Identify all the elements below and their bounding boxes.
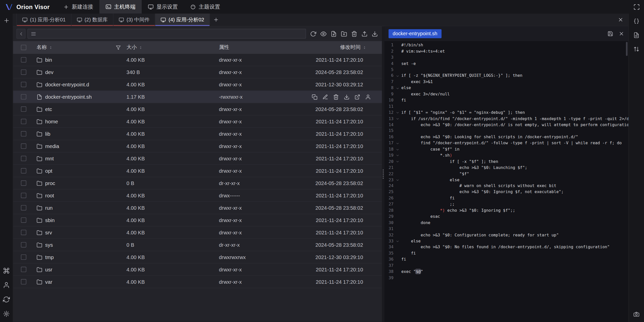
menu-item-plus[interactable]: 新建连接 [57,0,99,14]
move-button[interactable] [354,94,360,100]
size-sort-button[interactable] [139,45,143,50]
name-sort-button[interactable] [49,45,53,50]
row-checkbox[interactable] [21,255,26,260]
file-row[interactable]: run4.00 KBdrwxr-xr-x2024-05-28 23:58:02 [13,202,382,214]
file-row[interactable]: lib4.00 KBdrwxr-xr-x2021-11-24 17:20:10 [13,128,382,140]
close-terminal-button[interactable] [618,17,624,23]
upload-button[interactable] [359,28,370,39]
refresh-button[interactable] [308,28,318,39]
sync-button[interactable] [3,296,10,303]
menu-item-theme[interactable]: 主题设置 [184,0,226,14]
row-checkbox[interactable] [21,193,26,198]
row-checkbox[interactable] [21,242,26,247]
file-row[interactable]: var4.00 KBdrwxr-xr-x2021-11-24 17:20:10 [13,276,382,288]
camera-button[interactable] [633,311,640,318]
row-checkbox[interactable] [21,181,26,186]
file-row[interactable]: proc0 Bdr-xr-xr-x2024-05-28 23:58:02 [13,177,382,190]
fold-toggle[interactable] [393,110,401,116]
panel-splitter[interactable] [382,26,384,322]
row-checkbox[interactable] [21,119,26,124]
row-checkbox[interactable] [21,57,26,62]
brand[interactable]: Orion Visor [5,3,50,11]
file-row[interactable]: srv4.00 KBdrwxr-xr-x2021-11-24 17:20:10 [13,227,382,239]
code-area[interactable]: 1#!/bin/sh2# vim:sw=4:ts=4:et34set -e56i… [384,41,628,322]
permission-button[interactable] [365,94,371,100]
fold-toggle[interactable] [393,85,401,91]
menu-item-display[interactable]: 显示设置 [142,0,184,14]
row-checkbox[interactable] [21,267,26,272]
plus-button[interactable] [3,17,10,24]
file-row[interactable]: opt4.00 KBdrwxr-xr-x2021-11-24 17:20:10 [13,165,382,177]
file-row[interactable]: media4.00 KBdrwxr-xr-x2021-11-24 17:20:1… [13,140,382,153]
back-button[interactable] [16,29,25,39]
row-checkbox[interactable] [21,279,26,284]
row-checkbox[interactable] [21,168,26,173]
path-input[interactable] [38,31,303,37]
delete-button[interactable] [349,28,359,39]
row-checkbox[interactable] [21,106,26,112]
file-row[interactable]: usr4.00 KBdrwxr-xr-x2021-11-24 17:20:10 [13,264,382,276]
user-button[interactable] [3,281,10,289]
fold-toggle[interactable] [393,177,401,183]
file-row[interactable]: root4.00 KBdrwx------2021-11-24 17:20:10 [13,190,382,202]
edit-button[interactable] [322,94,328,100]
filter-button[interactable] [116,45,121,50]
file-row[interactable]: tmp4.00 KBdrwxrwxrwx2021-12-30 03:29:10 [13,251,382,264]
row-checkbox[interactable] [21,69,26,75]
new-folder-button[interactable] [339,28,349,39]
row-checkbox[interactable] [21,82,26,87]
mtime-sort-button[interactable] [363,45,367,50]
download-button[interactable] [343,94,349,100]
row-checkbox[interactable] [21,94,26,99]
file-row[interactable]: docker-entrypoint.sh1.17 KB-rwxrwxr-x [13,91,382,103]
fold-toggle[interactable] [393,159,401,165]
save-button[interactable] [608,31,613,37]
row-checkbox[interactable] [21,218,26,223]
fold-spacer [393,195,401,201]
settings-button[interactable] [3,310,10,318]
delete-button[interactable] [333,94,339,100]
editor-close-button[interactable] [619,31,624,37]
editor-file-tab[interactable]: docker-entrypoint.sh [389,29,441,38]
terminal-tab-2[interactable]: (2) 数据库 [71,14,113,26]
file-mtime: 2024-05-28 23:58:02 [311,242,382,248]
file-row[interactable]: bin4.00 KBdrwxr-xr-x2021-11-24 17:20:10 [13,54,382,66]
fold-toggle[interactable] [393,116,401,122]
editor-scrollbar[interactable] [626,42,628,56]
terminal-tab-4[interactable]: (4) 应用-分析02 [155,14,210,26]
eye-button[interactable] [318,28,329,39]
file-row[interactable]: home4.00 KBdrwxr-xr-x2021-11-24 17:20:10 [13,116,382,128]
menu-item-terminal[interactable]: 主机终端 [99,0,142,14]
row-checkbox[interactable] [21,205,26,210]
new-tab-button[interactable] [210,14,222,26]
command-button[interactable] [3,267,10,275]
file-row[interactable]: dev340 Bdrwxr-xr-x2024-05-28 23:58:02 [13,66,382,79]
column-size-label[interactable]: 大小 [127,44,137,51]
fullscreen-button[interactable] [633,4,640,10]
new-file-button[interactable] [329,28,339,39]
row-checkbox[interactable] [21,131,26,136]
column-name-label[interactable]: 名称 [36,44,47,51]
file-row[interactable]: docker-entrypoint.d4.00 KBdrwxr-xr-x2021… [13,79,382,91]
fold-toggle[interactable] [393,153,401,159]
file-row[interactable]: sbin4.00 KBdrwxr-xr-x2021-11-24 17:20:10 [13,214,382,227]
fold-toggle[interactable] [393,73,401,79]
braces-button[interactable] [633,18,640,25]
row-checkbox[interactable] [21,156,26,161]
file-row[interactable]: sys0 Bdr-xr-xr-x2024-05-28 23:58:02 [13,239,382,251]
download-button[interactable] [370,28,380,39]
terminal-tab-3[interactable]: (3) 中间件 [113,14,155,26]
terminal-tab-1[interactable]: (1) 应用-分析01 [16,14,71,26]
column-mtime-label[interactable]: 修改时间 [340,44,361,51]
row-checkbox[interactable] [21,144,26,149]
copy-button[interactable] [311,94,317,100]
fold-toggle[interactable] [393,238,401,244]
fold-toggle[interactable] [393,146,401,152]
file-row[interactable]: etc4.00 KBdrwxr-xr-x2024-05-28 23:58:02 [13,103,382,116]
row-checkbox[interactable] [21,230,26,235]
file-row[interactable]: mnt4.00 KBdrwxr-xr-x2021-11-24 17:20:10 [13,153,382,165]
select-all-checkbox[interactable] [21,45,26,50]
swap-button[interactable] [633,46,640,53]
document-button[interactable] [633,32,640,39]
fold-toggle[interactable] [393,140,401,146]
